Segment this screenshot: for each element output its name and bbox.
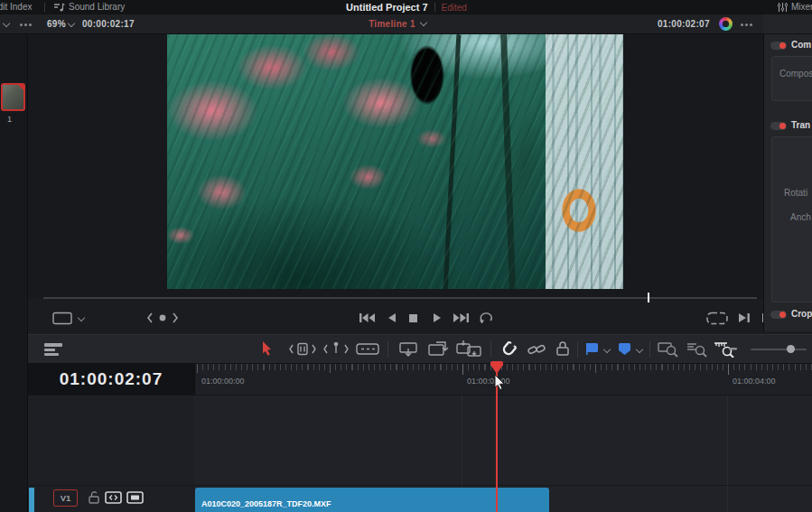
track-destination-icon[interactable] xyxy=(126,491,144,504)
last-frame-button[interactable] xyxy=(453,312,470,323)
play-button[interactable] xyxy=(433,312,443,323)
zoom-full-extent-icon[interactable] xyxy=(658,341,679,358)
replace-clip-icon[interactable] xyxy=(456,340,483,358)
divider xyxy=(434,3,435,12)
ellipsis-icon[interactable] xyxy=(741,23,743,26)
davinci-resolve-edit-page: Edit Index Sound Library Untitled Projec… xyxy=(0,0,812,512)
mouse-cursor xyxy=(494,374,506,391)
timeline-viewer xyxy=(28,34,763,298)
selection-mode-icon[interactable] xyxy=(261,340,274,357)
project-title: Untitled Project 7 xyxy=(346,2,427,13)
edit-index-button[interactable]: Edit Index xyxy=(0,2,32,12)
composite-section-label[interactable]: Com xyxy=(791,40,811,50)
edited-badge: Edited xyxy=(442,3,467,13)
color-wheel-icon[interactable] xyxy=(719,17,733,31)
track-name: V1 xyxy=(61,493,71,503)
timeline-toolbar xyxy=(28,334,812,364)
media-pool-sidebar: 1 xyxy=(0,34,28,512)
sound-library-button[interactable]: Sound Library xyxy=(69,2,125,12)
playhead-line[interactable] xyxy=(496,370,498,512)
divider xyxy=(649,341,650,358)
overwrite-clip-icon[interactable] xyxy=(427,340,451,358)
mixer-button[interactable]: Mixer xyxy=(791,2,812,12)
trim-edit-mode-icon[interactable] xyxy=(289,342,316,356)
flag-icon[interactable] xyxy=(585,342,600,355)
viewer-overlay-icon[interactable] xyxy=(52,312,72,325)
viewer-scrubber-bar[interactable] xyxy=(43,297,757,299)
thumbnail-label: 1 xyxy=(7,115,12,124)
zoom-slider-thumb[interactable] xyxy=(787,345,795,353)
zoom-out-button[interactable] xyxy=(729,348,737,350)
record-timecode: 01:00:02:07 xyxy=(658,19,710,29)
chevron-down-icon[interactable] xyxy=(603,346,611,353)
inspector-panel: Com Compos Tran Rotati Anch Crop xyxy=(763,34,812,331)
title-bar: Edit Index Sound Library Untitled Projec… xyxy=(0,0,812,14)
timeline-name-dropdown[interactable]: Timeline 1 xyxy=(369,19,415,29)
divider xyxy=(490,341,491,358)
track-v1-button[interactable]: V1 xyxy=(53,489,78,507)
transport-controls xyxy=(28,303,763,334)
track-auto-select-icon[interactable] xyxy=(105,491,122,504)
ellipsis-icon[interactable] xyxy=(20,23,23,26)
transform-settings-box: Rotati Anch xyxy=(771,136,812,303)
timeline-timecode-box: 01:00:02:07 xyxy=(28,364,194,395)
chevron-down-icon[interactable] xyxy=(78,314,85,321)
jog-control-icon[interactable] xyxy=(147,312,178,323)
crop-section-label[interactable]: Crop xyxy=(791,309,812,319)
marker-icon[interactable] xyxy=(618,342,631,356)
step-back-button[interactable] xyxy=(387,312,397,323)
viewer-scrubber-playhead[interactable] xyxy=(648,293,649,303)
first-frame-button[interactable] xyxy=(359,312,375,323)
composite-settings-box: Compos xyxy=(771,56,812,101)
timeline-view-options-icon[interactable] xyxy=(43,342,63,357)
razor-edit-mode-icon[interactable] xyxy=(356,342,379,356)
mixer-icon xyxy=(778,3,788,12)
divider xyxy=(577,341,578,358)
divider xyxy=(387,341,388,358)
chevron-down-icon[interactable] xyxy=(3,20,10,27)
transform-section-label[interactable]: Tran xyxy=(791,120,810,130)
zoom-detail-icon[interactable] xyxy=(686,341,708,358)
track-color-bar xyxy=(29,488,34,512)
clip-name: A010C020_2005187R_TDF20.MXF xyxy=(201,499,331,508)
divider xyxy=(28,395,812,396)
crop-toggle[interactable] xyxy=(770,311,787,319)
composite-toggle[interactable] xyxy=(770,42,787,50)
timeline-current-timecode: 01:00:02:07 xyxy=(60,369,163,389)
next-edit-icon[interactable] xyxy=(738,312,751,323)
video-frame[interactable] xyxy=(167,34,623,289)
inspector-header-strip xyxy=(763,14,812,34)
snapping-magnet-icon[interactable] xyxy=(499,341,518,358)
composite-mode-label: Compos xyxy=(779,69,812,79)
ruler-label: 01:00:00:00 xyxy=(201,377,245,386)
track-lock-icon[interactable] xyxy=(88,490,100,505)
source-timecode: 00:00:02:17 xyxy=(82,19,135,29)
ruler-label: 01:00:04:00 xyxy=(733,377,776,386)
playhead-handle[interactable] xyxy=(490,365,503,374)
video-leaf-texture xyxy=(167,34,623,289)
divider xyxy=(28,485,812,486)
ruler-ticks xyxy=(197,364,812,370)
sound-library-icon xyxy=(54,3,65,12)
divider xyxy=(44,3,45,12)
dynamic-trim-mode-icon[interactable] xyxy=(323,342,349,356)
loop-region-icon[interactable] xyxy=(706,312,728,325)
position-lock-icon[interactable] xyxy=(555,340,570,357)
zoom-slider-track[interactable] xyxy=(751,349,807,350)
chevron-down-icon[interactable] xyxy=(68,20,75,27)
viewer-zoom-select[interactable]: 69% xyxy=(47,19,66,29)
linked-selection-icon[interactable] xyxy=(527,342,546,357)
transform-toggle[interactable] xyxy=(770,122,787,130)
loop-playback-button[interactable] xyxy=(479,312,494,324)
insert-clip-icon[interactable] xyxy=(397,340,420,358)
viewer-header: 69% 00:00:02:17 Timeline 1 01:00:02:07 xyxy=(0,14,763,34)
anchor-point-label: Anch xyxy=(790,212,811,222)
chevron-down-icon[interactable] xyxy=(420,19,427,26)
selected-badge xyxy=(17,84,24,91)
chevron-down-icon[interactable] xyxy=(636,346,643,353)
gridline xyxy=(727,395,728,512)
rotation-angle-label: Rotati xyxy=(784,188,807,198)
stop-button[interactable] xyxy=(408,313,418,323)
timeline-thumbnail[interactable] xyxy=(1,83,25,111)
